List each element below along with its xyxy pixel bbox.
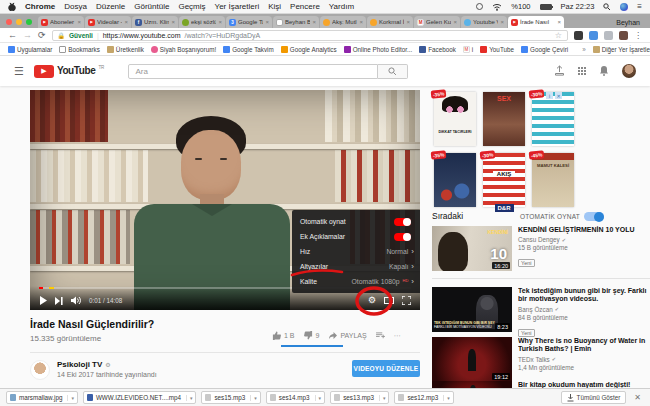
- back-button[interactable]: ←: [8, 31, 17, 40]
- related-video-item[interactable]: KENDİNİ 10 16:20 KENDİNİ GELİŞTİRMENİN 1…: [432, 226, 650, 271]
- bookmark-item[interactable]: Online Photo Editor...: [344, 46, 413, 53]
- bookmark-item[interactable]: Google Takvim: [223, 46, 274, 53]
- extension-icon-3[interactable]: [604, 31, 613, 40]
- browser-tab[interactable]: ekşi sözlüğ ×: [179, 16, 225, 28]
- download-item[interactable]: ses13.mp3 ▾: [330, 391, 389, 404]
- downloads-close-icon[interactable]: ✕: [634, 393, 641, 402]
- browser-tab[interactable]: Aboneler - ×: [38, 16, 84, 28]
- related-video-item[interactable]: TEK İSTEDİĞİM BUNUN GİBİ BİR ŞEY FARKLI …: [432, 287, 650, 339]
- settings-menu-item[interactable]: Altyazılar Kapalı ›: [292, 259, 420, 274]
- browser-tab[interactable]: Korkmal İy ×: [367, 16, 413, 28]
- window-minimize-button[interactable]: [16, 19, 22, 25]
- edit-video-button[interactable]: VIDEOYU DÜZENLE: [352, 360, 420, 377]
- reload-button[interactable]: ⟳: [38, 31, 46, 40]
- tab-close-icon[interactable]: ×: [557, 19, 561, 25]
- tab-close-icon[interactable]: ×: [453, 19, 457, 25]
- video-thumbnail[interactable]: KENDİNİ 10 16:20: [432, 226, 512, 271]
- apple-icon[interactable]: [8, 2, 16, 11]
- tab-close-icon[interactable]: ×: [265, 19, 269, 25]
- advertiser-logo[interactable]: D&R: [495, 204, 514, 212]
- menubar-item[interactable]: Pencere: [290, 2, 320, 11]
- download-item-menu-icon[interactable]: ▾: [250, 395, 257, 401]
- fullscreen-icon[interactable]: [402, 296, 411, 305]
- share-button[interactable]: PAYLAŞ: [328, 332, 366, 340]
- wifi-icon[interactable]: [492, 3, 502, 11]
- channel-avatar[interactable]: [30, 360, 50, 380]
- extension-icon-4[interactable]: [619, 31, 628, 40]
- browser-tab[interactable]: İrade Nasıl ×: [508, 16, 564, 28]
- menubar-item[interactable]: Düzenle: [96, 2, 125, 11]
- bookmark-item[interactable]: Uygulamalar: [8, 46, 52, 53]
- upload-icon[interactable]: [554, 62, 565, 80]
- menubar-app-name[interactable]: Chrome: [25, 2, 55, 11]
- extension-icon-1[interactable]: [574, 31, 583, 40]
- search-button[interactable]: [378, 64, 408, 79]
- tab-close-icon[interactable]: ×: [171, 19, 175, 25]
- add-to-playlist-icon[interactable]: [376, 332, 385, 340]
- browser-tab[interactable]: Google Tak ×: [226, 16, 272, 28]
- settings-gear-icon[interactable]: ⚙: [368, 296, 376, 305]
- autoplay-toggle[interactable]: [584, 212, 604, 221]
- download-item[interactable]: WWW.IZLEVIDEO.NET....mp4 ▾: [83, 391, 197, 404]
- chrome-menu-icon[interactable]: ⋮: [634, 31, 642, 40]
- toggle-on-icon[interactable]: [394, 218, 411, 226]
- bookmark-star-icon[interactable]: ☆: [555, 31, 562, 40]
- tab-close-icon[interactable]: ×: [77, 19, 81, 25]
- browser-tab[interactable]: Uzm. Klini ×: [132, 16, 178, 28]
- youtube-logo[interactable]: ▶ YouTube TR: [34, 65, 105, 78]
- channel-name[interactable]: Psikoloji TV: [57, 360, 102, 369]
- more-actions-icon[interactable]: ⋯: [394, 332, 401, 340]
- chrome-profile-name[interactable]: Beyhan: [616, 19, 640, 26]
- menubar-item[interactable]: Geçmiş: [178, 2, 205, 11]
- download-item[interactable]: ses14.mp3 ▾: [266, 391, 325, 404]
- browser-tab[interactable]: Gelen Kutu ×: [414, 16, 460, 28]
- menubar-item[interactable]: Görüntüle: [134, 2, 169, 11]
- download-item[interactable]: marsmallaw.jpg ▾: [6, 391, 78, 404]
- video-thumbnail[interactable]: TEK İSTEDİĞİM BUNUN GİBİ BİR ŞEY FARKLI …: [432, 287, 512, 332]
- next-button[interactable]: [55, 297, 63, 305]
- menubar-item[interactable]: Kişi: [268, 2, 281, 11]
- browser-tab[interactable]: Akş: Mutl ×: [320, 16, 366, 28]
- theater-mode-icon[interactable]: [384, 297, 394, 304]
- other-bookmarks[interactable]: Diğer Yer İşaretleri: [593, 46, 650, 53]
- settings-menu-item[interactable]: Ek Açıklamalar ›: [292, 229, 420, 244]
- ad-book-cover[interactable]: SEX: [483, 92, 525, 146]
- browser-tab[interactable]: Beyhan Bü ×: [273, 16, 319, 28]
- settings-menu-item[interactable]: Hız Normal ›: [292, 244, 420, 259]
- siri-icon[interactable]: [620, 3, 628, 11]
- spotlight-icon[interactable]: [603, 3, 611, 11]
- bookmark-item[interactable]: Üretkenlik: [107, 46, 144, 53]
- ad-book-cover[interactable]: -35% DİKKAT TACİRLERİ: [434, 92, 476, 146]
- bookmark-item[interactable]: i: [463, 46, 473, 53]
- video-thumbnail[interactable]: 19:12: [432, 337, 512, 382]
- browser-tab[interactable]: Videolar - ×: [85, 16, 131, 28]
- bookmark-item[interactable]: Google Çeviri: [521, 46, 568, 53]
- bookmark-item[interactable]: Bookmarks: [59, 46, 100, 53]
- dislike-button[interactable]: 9: [304, 331, 320, 340]
- settings-menu-item[interactable]: Kalite Otomatik 1080p HD ›: [292, 274, 420, 289]
- channel-settings-icon[interactable]: ⚙: [105, 361, 110, 368]
- volume-icon[interactable]: [71, 296, 81, 305]
- related-video-item[interactable]: 19:12 Why There is no Buoyancy of Water …: [432, 337, 650, 382]
- address-bar[interactable]: 🔒 Güvenli | https://www.youtube.com/watc…: [52, 30, 568, 41]
- forward-button[interactable]: →: [23, 31, 32, 40]
- apps-grid-icon[interactable]: [578, 67, 586, 75]
- settings-menu-item[interactable]: Otomatik oynat ›: [292, 214, 420, 229]
- window-close-button[interactable]: [6, 19, 12, 25]
- user-avatar[interactable]: [622, 64, 636, 78]
- window-zoom-button[interactable]: [26, 19, 32, 25]
- tab-close-icon[interactable]: ×: [359, 19, 363, 25]
- show-all-downloads-button[interactable]: Tümünü Göster: [561, 391, 627, 404]
- adchoices-icon[interactable]: i: [546, 92, 553, 99]
- menubar-item[interactable]: Yardım: [329, 2, 354, 11]
- like-button[interactable]: 1 B: [272, 331, 295, 340]
- search-input[interactable]: [128, 64, 378, 79]
- bookmarks-overflow-icon[interactable]: »: [582, 46, 586, 53]
- download-item-menu-icon[interactable]: ▾: [315, 395, 322, 401]
- notification-center-icon[interactable]: ≡: [637, 2, 642, 11]
- browser-tab[interactable]: Youtube Vi ×: [461, 16, 507, 28]
- download-item[interactable]: ses15.mp3 ▾: [201, 391, 260, 404]
- download-item-menu-icon[interactable]: ▾: [443, 395, 450, 401]
- extension-icon-2[interactable]: [589, 31, 598, 40]
- tab-close-icon[interactable]: ×: [124, 19, 128, 25]
